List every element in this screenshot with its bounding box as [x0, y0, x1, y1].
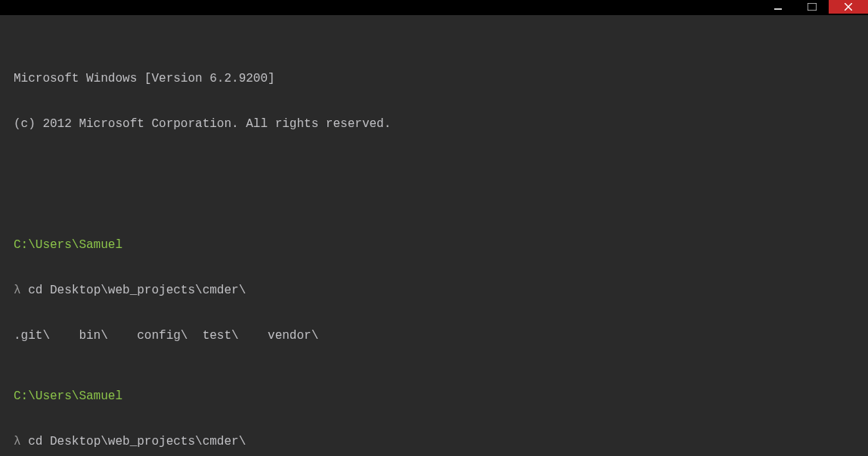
copyright-line: (c) 2012 Microsoft Corporation. All righ… — [14, 116, 854, 132]
minimize-button[interactable] — [761, 0, 795, 14]
prompt-path: C:\Users\Samuel — [14, 389, 854, 404]
prompt-command: λ cd Desktop\web_projects\cmder\ — [14, 283, 854, 298]
svg-rect-0 — [774, 8, 782, 10]
blank-line — [14, 177, 854, 192]
terminal-body[interactable]: Microsoft Windows [Version 6.2.9200] (c)… — [0, 15, 868, 456]
maximize-button[interactable] — [795, 0, 829, 14]
prompt-path: C:\Users\Samuel — [14, 237, 854, 253]
dir-listing: .git\ bin\ config\ test\ vendor\ — [14, 328, 854, 343]
svg-rect-1 — [808, 3, 817, 11]
version-line: Microsoft Windows [Version 6.2.9200] — [14, 71, 854, 86]
prompt-command: λ cd Desktop\web_projects\cmder\ — [14, 434, 854, 449]
close-button[interactable] — [829, 0, 868, 14]
window-titlebar — [0, 0, 868, 15]
